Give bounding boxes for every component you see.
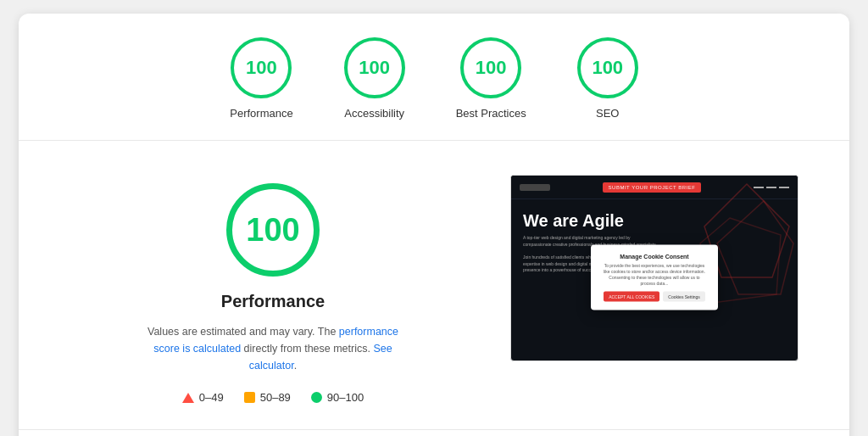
legend-red-label: 0–49: [199, 391, 224, 404]
cookie-dialog: Manage Cookie Consent To provide the bes…: [591, 244, 718, 310]
score-circle-best-practices: 100: [460, 37, 521, 98]
legend: 0–49 50–89 90–100: [182, 391, 364, 404]
score-circle-accessibility: 100: [344, 37, 405, 98]
scores-section: 100 Performance 100 Accessibility 100 Be…: [19, 14, 849, 141]
desc-middle: directly from these metrics.: [241, 343, 373, 355]
score-item-performance[interactable]: 100 Performance: [230, 37, 292, 120]
preview-logo: [520, 184, 550, 191]
legend-green-label: 90–100: [327, 391, 364, 404]
footer-section: METRICS Expand view: [19, 429, 849, 436]
perf-title: Performance: [221, 292, 325, 311]
cookie-buttons: ACCEPT ALL COOKIES Cookies Settings: [601, 291, 708, 301]
cookie-title: Manage Cookie Consent: [601, 253, 708, 259]
right-panel: SUBMIT YOUR PROJECT BRIEF We are Agile A…: [510, 166, 798, 361]
legend-item-red: 0–49: [182, 391, 224, 404]
cookie-settings-button[interactable]: Cookies Settings: [663, 291, 705, 301]
score-label-performance: Performance: [230, 107, 292, 120]
cookie-accept-button[interactable]: ACCEPT ALL COOKIES: [604, 291, 659, 301]
legend-red-icon: [182, 393, 194, 403]
desc-prefix: Values are estimated and may vary. The: [147, 326, 339, 338]
score-item-accessibility[interactable]: 100 Accessibility: [344, 37, 405, 120]
main-section: 100 Performance Values are estimated and…: [19, 141, 849, 429]
legend-item-green: 90–100: [311, 391, 364, 404]
perf-description: Values are estimated and may vary. The p…: [137, 323, 409, 374]
website-preview: SUBMIT YOUR PROJECT BRIEF We are Agile A…: [510, 175, 798, 361]
big-score-circle: 100: [226, 183, 320, 277]
legend-green-icon: [311, 392, 322, 403]
lighthouse-card: 100 Performance 100 Accessibility 100 Be…: [19, 14, 849, 436]
desc-suffix: .: [294, 360, 297, 372]
score-label-seo: SEO: [596, 107, 619, 120]
score-item-best-practices[interactable]: 100 Best Practices: [456, 37, 526, 120]
legend-item-orange: 50–89: [244, 391, 291, 404]
legend-orange-label: 50–89: [260, 391, 291, 404]
cookie-text: To provide the best experiences, we use …: [601, 262, 708, 286]
score-circle-performance: 100: [231, 37, 292, 98]
preview-submit-btn: SUBMIT YOUR PROJECT BRIEF: [603, 182, 702, 193]
score-label-accessibility: Accessibility: [344, 107, 404, 120]
left-panel: 100 Performance Values are estimated and…: [70, 166, 476, 404]
big-score-value: 100: [246, 212, 299, 249]
legend-orange-icon: [244, 392, 255, 403]
score-label-best-practices: Best Practices: [456, 107, 526, 120]
score-item-seo[interactable]: 100 SEO: [577, 37, 638, 120]
score-circle-seo: 100: [577, 37, 638, 98]
